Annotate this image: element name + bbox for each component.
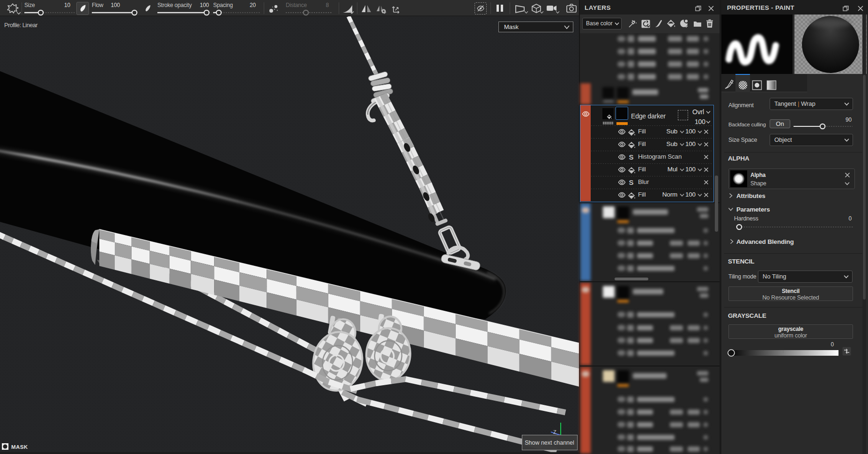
svg-text:Profile: Linear: Profile: Linear (4, 22, 37, 29)
svg-text:Z: Z (553, 429, 556, 435)
svg-text:MASK: MASK (11, 444, 28, 450)
svg-text:Show next channel: Show next channel (525, 439, 574, 446)
svg-text:Mask: Mask (504, 23, 519, 30)
